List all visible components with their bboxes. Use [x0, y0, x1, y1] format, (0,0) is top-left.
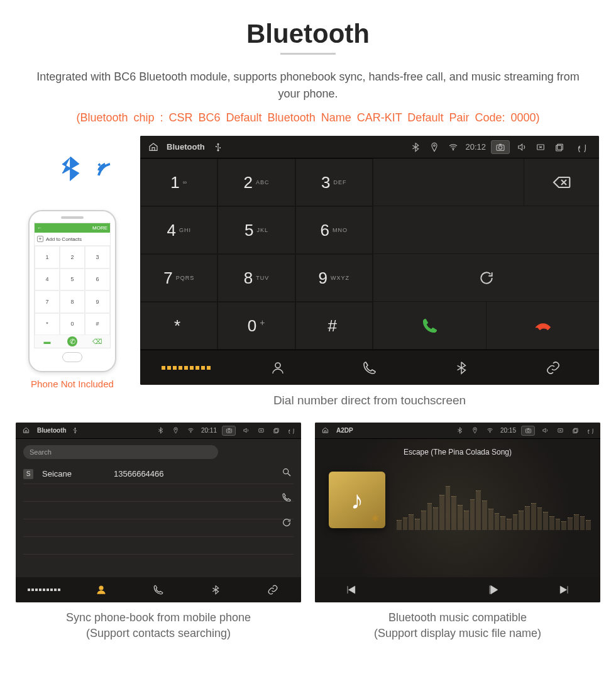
- page-title: Bluetooth: [16, 19, 600, 49]
- close-icon[interactable]: [256, 426, 266, 436]
- location-icon: [427, 140, 441, 154]
- phonebook-title: Bluetooth: [37, 427, 67, 434]
- phonebook-caption: Sync phone-book from mobile phone(Suppor…: [16, 610, 301, 641]
- recent-icon[interactable]: [271, 426, 281, 436]
- volume-icon[interactable]: [241, 426, 251, 436]
- dialer-topbar: Bluetooth 20:12: [140, 136, 599, 158]
- search-icon[interactable]: [280, 465, 294, 479]
- key-0[interactable]: 0+: [217, 302, 295, 350]
- back-icon[interactable]: [585, 426, 595, 436]
- next-button[interactable]: [529, 577, 601, 602]
- phonebook-topbar: Bluetooth 20:11: [16, 423, 301, 439]
- key-5[interactable]: 5JKL: [217, 206, 295, 254]
- dialer-headunit: Bluetooth 20:12: [140, 136, 599, 385]
- key-hash[interactable]: #: [295, 302, 373, 350]
- music-body: Escape (The Pina Colada Song) ♪ ✱: [315, 439, 600, 577]
- home-icon[interactable]: [146, 140, 160, 154]
- key-4[interactable]: 4GHI: [140, 206, 217, 254]
- volume-icon[interactable]: [540, 426, 550, 436]
- contact-row[interactable]: S Seicane 13566664466: [23, 464, 294, 484]
- location-icon: [470, 426, 480, 436]
- phone-keypad: 123 456 789 *0#: [35, 246, 110, 335]
- song-title: Escape (The Pina Colada Song): [315, 448, 600, 456]
- music-controls: [315, 577, 600, 602]
- phonebook-bottom-nav: [16, 577, 301, 602]
- album-art: ♪ ✱: [329, 472, 385, 528]
- nav-calllog[interactable]: [130, 577, 187, 602]
- usb-icon: [211, 140, 225, 154]
- nav-contacts[interactable]: [73, 577, 130, 602]
- music-topbar: A2DP 20:15: [315, 423, 600, 439]
- clock: 20:11: [201, 427, 217, 434]
- backspace-button[interactable]: [524, 158, 599, 206]
- home-icon[interactable]: [320, 426, 330, 436]
- back-icon[interactable]: [286, 426, 296, 436]
- page-subtitle: Integrated with BC6 Bluetooth module, su…: [16, 69, 600, 102]
- back-icon[interactable]: [571, 140, 593, 154]
- music-title: A2DP: [336, 427, 353, 434]
- refresh-icon[interactable]: [280, 516, 294, 529]
- camera-icon[interactable]: [521, 426, 535, 436]
- contact-number: 13566664466: [114, 469, 164, 479]
- clock: 20:12: [465, 142, 486, 152]
- key-3[interactable]: 3DEF: [295, 158, 373, 206]
- key-1[interactable]: 1∞: [140, 158, 217, 206]
- nav-bluetooth[interactable]: [415, 350, 507, 385]
- number-display: [373, 158, 524, 206]
- nav-pair[interactable]: [507, 350, 599, 385]
- wifi-icon: [446, 140, 460, 154]
- search-input[interactable]: Search: [23, 445, 218, 459]
- bluetooth-icon: [156, 426, 166, 436]
- nav-keypad[interactable]: [140, 350, 232, 385]
- dialer-caption: Dial number direct from touchscreen: [140, 394, 599, 407]
- key-6[interactable]: 6MNO: [295, 206, 373, 254]
- music-caption: Bluetooth music compatible(Support displ…: [315, 610, 600, 641]
- prev-button[interactable]: [315, 577, 387, 602]
- nav-bluetooth[interactable]: [187, 577, 244, 602]
- call-icon[interactable]: [280, 490, 294, 504]
- key-9[interactable]: 9WXYZ: [295, 254, 373, 302]
- dialer-title: Bluetooth: [167, 142, 205, 152]
- equalizer-visual: [397, 473, 591, 530]
- empty-row: [373, 206, 599, 253]
- clock: 20:15: [500, 427, 516, 434]
- key-8[interactable]: 8TUV: [217, 254, 295, 302]
- bluetooth-icon: ✱: [371, 513, 379, 523]
- volume-icon[interactable]: [515, 140, 529, 154]
- recent-icon[interactable]: [570, 426, 580, 436]
- play-button[interactable]: [458, 577, 529, 602]
- bluetooth-icon: [409, 140, 422, 154]
- recent-icon[interactable]: [553, 140, 566, 154]
- dial-keypad: 1∞ 2ABC 3DEF 4GHI 5JKL 6MNO 7PQRS 8TUV 9…: [140, 158, 373, 350]
- list-item: [23, 519, 294, 537]
- close-icon[interactable]: [534, 140, 547, 154]
- phonebook-side-actions: [280, 465, 294, 529]
- key-2[interactable]: 2ABC: [217, 158, 295, 206]
- camera-icon[interactable]: [491, 140, 510, 154]
- wifi-icon: [485, 426, 495, 436]
- hangup-button[interactable]: [486, 302, 599, 349]
- music-note-icon: ♪: [351, 486, 363, 514]
- refresh-button[interactable]: [373, 254, 599, 301]
- list-item: [23, 502, 294, 519]
- close-icon[interactable]: [555, 426, 565, 436]
- phone-device-mock: ←MORE +Add to Contacts 123 456 789 *0# ▬…: [28, 210, 116, 372]
- camera-icon[interactable]: [222, 426, 236, 436]
- phone-green-bar: ←MORE: [35, 223, 110, 233]
- contact-name: Seicane: [42, 469, 105, 479]
- nav-contacts[interactable]: [232, 350, 324, 385]
- location-icon: [171, 426, 181, 436]
- title-underline: [280, 53, 336, 55]
- nav-keypad[interactable]: [16, 577, 73, 602]
- call-button[interactable]: [373, 302, 486, 349]
- bluetooth-spec-line: (Bluetooth chip : CSR BC6 Default Blueto…: [16, 111, 600, 124]
- music-headunit: A2DP 20:15 Escape (The Pina Colada: [315, 423, 600, 602]
- nav-calllog[interactable]: [324, 350, 415, 385]
- phonebook-body: Search S Seicane 13566664466: [16, 439, 301, 577]
- wifi-icon: [186, 426, 196, 436]
- nav-pair[interactable]: [244, 577, 301, 602]
- phone-add-contacts: +Add to Contacts: [35, 233, 110, 246]
- key-7[interactable]: 7PQRS: [140, 254, 217, 302]
- key-star[interactable]: *: [140, 302, 217, 350]
- home-icon[interactable]: [21, 426, 31, 436]
